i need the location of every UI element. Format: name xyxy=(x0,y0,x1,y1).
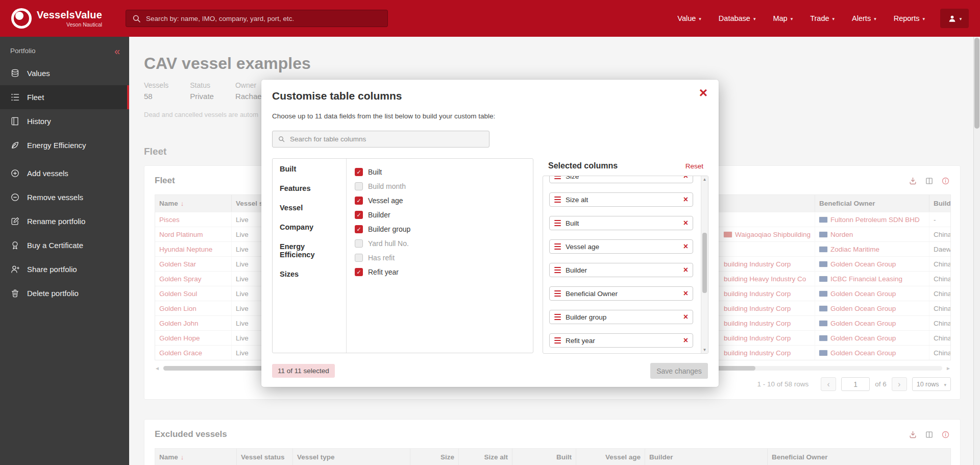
selection-count-badge: 11 of 11 selected xyxy=(272,364,335,378)
remove-column-icon[interactable]: × xyxy=(683,265,688,275)
category-vessel[interactable]: Vessel xyxy=(273,199,346,217)
portfolio-label: Portfolio xyxy=(10,47,36,55)
drag-handle-icon[interactable] xyxy=(554,266,561,274)
sidebar-item-buy-a-certificate[interactable]: Buy a Certificate xyxy=(0,233,129,257)
field-builder-group[interactable]: ✓Builder group xyxy=(355,222,525,236)
sidebar-item-label: Rename portfolio xyxy=(27,217,85,226)
sidebar-item-fleet[interactable]: Fleet xyxy=(0,85,129,109)
chevron-down-icon: ▾ xyxy=(832,16,835,21)
selected-scroll-thumb[interactable] xyxy=(702,233,707,293)
field-build-month[interactable]: Build month xyxy=(355,179,525,193)
sidebar-item-label: Buy a Certificate xyxy=(27,241,83,250)
user-menu-button[interactable]: ▾ xyxy=(940,9,969,28)
sidebar-item-energy-efficiency[interactable]: Energy Efficiency xyxy=(0,133,129,157)
collapse-sidebar-button[interactable]: « xyxy=(114,48,120,54)
scroll-up-icon[interactable]: ▲ xyxy=(701,177,708,182)
global-search-input[interactable] xyxy=(146,15,382,22)
category-energy-efficiency[interactable]: Energy Efficiency xyxy=(273,237,346,264)
sidebar-item-values[interactable]: Values xyxy=(0,61,129,85)
checkbox-icon[interactable]: ✓ xyxy=(355,268,363,276)
global-search[interactable] xyxy=(126,10,388,27)
drag-handle-icon[interactable] xyxy=(554,176,561,180)
checkbox-icon[interactable]: ✓ xyxy=(355,225,363,233)
checkbox-icon[interactable]: ✓ xyxy=(355,168,363,176)
plus-circle-icon xyxy=(10,168,20,178)
brand[interactable]: VesselsValue Veson Nautical xyxy=(11,8,102,29)
sidebar-item-label: Remove vessels xyxy=(27,193,83,202)
sidebar-nav: ValuesFleetHistoryEnergy Efficiency xyxy=(0,61,129,157)
field-refit-year[interactable]: ✓Refit year xyxy=(355,265,525,279)
drag-handle-icon[interactable] xyxy=(554,313,561,321)
sidebar-item-history[interactable]: History xyxy=(0,109,129,133)
remove-column-icon[interactable]: × xyxy=(683,195,688,204)
drag-handle-icon[interactable] xyxy=(554,290,561,297)
nav-database[interactable]: Database▾ xyxy=(719,14,756,22)
sidebar-item-delete-portfolio[interactable]: Delete portfolio xyxy=(0,281,129,305)
search-icon xyxy=(278,135,285,143)
reset-link[interactable]: Reset xyxy=(685,162,703,170)
nav-label: Alerts xyxy=(852,14,871,22)
scroll-down-icon[interactable]: ▼ xyxy=(701,348,708,352)
category-sizes[interactable]: Sizes xyxy=(273,265,346,283)
nav-map[interactable]: Map▾ xyxy=(773,14,793,22)
remove-column-icon[interactable]: × xyxy=(683,289,688,298)
sidebar-item-add-vessels[interactable]: Add vessels xyxy=(0,161,129,185)
close-icon[interactable]: × xyxy=(699,85,707,101)
vertical-scroll-thumb[interactable] xyxy=(974,38,979,129)
checkbox-icon[interactable] xyxy=(355,182,363,190)
sidebar-item-rename-portfolio[interactable]: Rename portfolio xyxy=(0,209,129,233)
column-search[interactable] xyxy=(272,131,489,148)
top-header: VesselsValue Veson Nautical Value▾Databa… xyxy=(0,0,980,37)
save-changes-button[interactable]: Save changes xyxy=(650,363,708,379)
selected-column-built[interactable]: Built× xyxy=(549,216,693,230)
selected-list-scrollbar[interactable]: ▲ ▼ xyxy=(701,176,708,353)
checkbox-icon[interactable]: ✓ xyxy=(355,211,363,219)
drag-handle-icon[interactable] xyxy=(554,337,561,344)
sidebar-item-label: Share portfolio xyxy=(27,265,77,274)
remove-column-icon[interactable]: × xyxy=(683,242,688,251)
checkbox-icon[interactable] xyxy=(355,239,363,248)
sidebar-item-remove-vessels[interactable]: Remove vessels xyxy=(0,185,129,209)
selected-column-builder[interactable]: Builder× xyxy=(549,263,693,277)
category-built[interactable]: Built xyxy=(273,160,346,178)
sidebar-item-share-portfolio[interactable]: Share portfolio xyxy=(0,257,129,281)
checkbox-icon[interactable] xyxy=(355,254,363,262)
nav-value[interactable]: Value▾ xyxy=(677,14,701,22)
nav-alerts[interactable]: Alerts▾ xyxy=(852,14,876,22)
remove-column-icon[interactable]: × xyxy=(683,176,688,181)
selected-column-size[interactable]: Size× xyxy=(549,176,693,183)
category-list: BuiltFeaturesVesselCompanyEnergy Efficie… xyxy=(273,159,347,353)
selected-column-beneficial-owner[interactable]: Beneficial Owner× xyxy=(549,286,693,301)
nav-trade[interactable]: Trade▾ xyxy=(810,14,835,22)
sidebar-item-label: Energy Efficiency xyxy=(27,141,86,150)
checkbox-icon[interactable]: ✓ xyxy=(355,197,363,205)
category-company[interactable]: Company xyxy=(273,218,346,236)
drag-handle-icon[interactable] xyxy=(554,196,561,203)
modal-subtitle: Choose up to 11 data fields from the lis… xyxy=(272,112,495,120)
field-builder[interactable]: ✓Builder xyxy=(355,208,525,222)
drag-handle-icon[interactable] xyxy=(554,219,561,227)
remove-column-icon[interactable]: × xyxy=(683,312,688,322)
coins-icon xyxy=(10,68,20,78)
chevron-down-icon: ▾ xyxy=(874,16,876,21)
sidebar-actions: Add vesselsRemove vesselsRename portfoli… xyxy=(0,161,129,305)
trash-icon xyxy=(10,288,20,298)
remove-column-icon[interactable]: × xyxy=(683,336,688,345)
column-search-input[interactable] xyxy=(290,135,484,143)
chevron-down-icon: ▾ xyxy=(699,16,701,21)
brand-name: VesselsValue xyxy=(37,9,102,21)
field-has-refit[interactable]: Has refit xyxy=(355,251,525,265)
modal-title: Customise table columns xyxy=(272,90,402,102)
selected-column-vessel-age[interactable]: Vessel age× xyxy=(549,239,693,254)
field-built[interactable]: ✓Built xyxy=(355,165,525,179)
remove-column-icon[interactable]: × xyxy=(683,218,688,228)
field-vessel-age[interactable]: ✓Vessel age xyxy=(355,193,525,208)
field-yard-hull-no[interactable]: Yard hull No. xyxy=(355,236,525,251)
category-features[interactable]: Features xyxy=(273,179,346,198)
drag-handle-icon[interactable] xyxy=(554,243,561,250)
nav-reports[interactable]: Reports▾ xyxy=(894,14,925,22)
selected-column-refit-year[interactable]: Refit year× xyxy=(549,333,693,348)
vertical-scrollbar[interactable] xyxy=(973,37,980,465)
selected-column-size-alt[interactable]: Size alt× xyxy=(549,192,693,207)
selected-column-builder-group[interactable]: Builder group× xyxy=(549,310,693,324)
